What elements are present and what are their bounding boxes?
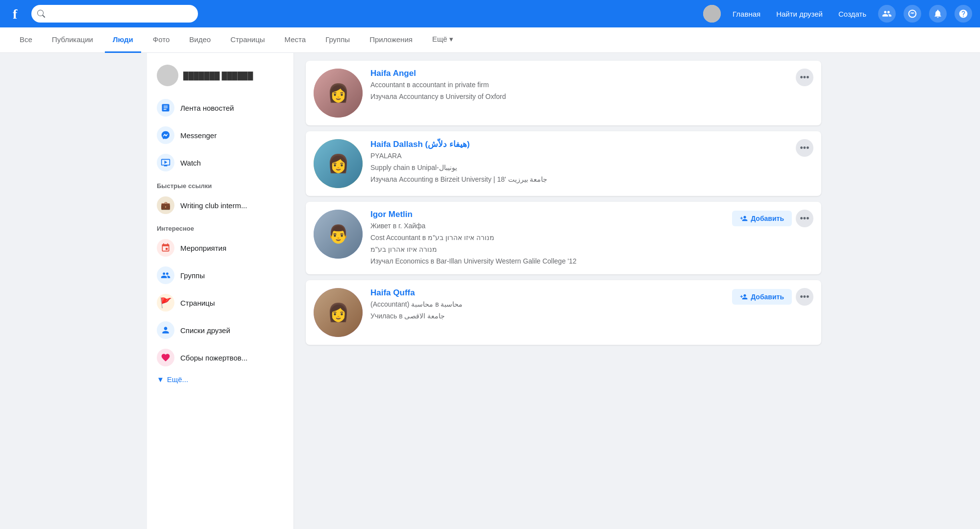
nav-right: Главная Найти друзей Создать [703, 5, 972, 23]
sidebar: ███████ ██████ Лента новостей Messenger … [147, 53, 294, 529]
sidebar-item-fundraiser[interactable]: Сборы пожертвов... [151, 344, 290, 371]
result-detail-2: מנורה איזו אהרון בע"מ [370, 244, 724, 255]
result-more-button[interactable]: ••• [796, 139, 813, 157]
tab-apps[interactable]: Приложения [362, 27, 420, 53]
result-name[interactable]: Haifa Quffa [370, 288, 415, 297]
tab-all[interactable]: Все [12, 27, 40, 53]
result-avatar[interactable]: 👩 [314, 69, 363, 118]
main-layout: ███████ ██████ Лента новостей Messenger … [147, 53, 833, 529]
tab-photos[interactable]: Фото [145, 27, 177, 53]
result-detail-0: Живет в г. Хайфа [370, 221, 724, 231]
result-info: Haifa Angel Accountant в accountant in p… [370, 69, 788, 102]
more-dots-icon: ••• [800, 72, 809, 83]
result-actions: Добавить ••• [732, 288, 813, 306]
result-more-button[interactable]: ••• [796, 210, 813, 227]
result-card: 👩 Haifa Angel Accountant в accountant in… [306, 61, 821, 125]
result-more-button[interactable]: ••• [796, 288, 813, 306]
result-detail-1: Cost Accountant в מנורה איזו אהרון בע"מ [370, 233, 724, 243]
tab-people[interactable]: Люди [105, 27, 141, 53]
more-dots-icon: ••• [800, 214, 809, 224]
messenger-icon[interactable] [904, 5, 921, 23]
sidebar-item-messenger[interactable]: Messenger [151, 121, 290, 149]
sidebar-label-friends-list: Списки друзей [180, 326, 230, 335]
nav-find-friends[interactable]: Найти друзей [772, 6, 827, 22]
people-icon[interactable] [878, 5, 896, 23]
result-name[interactable]: Haifa Dallash (هيفاء دلاّش) [370, 140, 470, 149]
search-box: haifa accountant [31, 5, 198, 23]
sidebar-item-news[interactable]: Лента новостей [151, 94, 290, 121]
add-person-icon [740, 215, 748, 222]
tab-more[interactable]: Ещё ▾ [424, 27, 461, 53]
tab-posts[interactable]: Публикации [44, 27, 101, 53]
sidebar-item-watch[interactable]: Watch [151, 149, 290, 176]
result-name[interactable]: Haifa Angel [370, 69, 416, 78]
sidebar-label-watch: Watch [180, 159, 201, 167]
result-info: Haifa Quffa (Accountant) محاسبة в محاسبة… [370, 288, 724, 321]
sidebar-label-pages: Страницы [180, 299, 215, 307]
nav-home[interactable]: Главная [729, 6, 764, 22]
result-info: Igor Metlin Живет в г. Хайфа Cost Accoun… [370, 210, 724, 266]
result-detail-0: PYALARA [370, 151, 788, 161]
result-detail-0: Accountant в accountant in private firm [370, 80, 788, 90]
result-detail-1: Supply chain в Unipal-يونيبال [370, 163, 788, 173]
add-person-icon [740, 293, 748, 301]
result-avatar[interactable]: 👩 [314, 139, 363, 188]
friends-list-icon [157, 321, 174, 339]
sidebar-label-groups: Группы [180, 271, 205, 280]
result-avatar[interactable]: 👩 [314, 288, 363, 337]
sidebar-item-pages[interactable]: 🚩 Страницы [151, 289, 290, 316]
result-card: 👩 Haifa Quffa (Accountant) محاسبة в محاس… [306, 280, 821, 345]
result-avatar[interactable]: 👨 [314, 210, 363, 259]
filter-tabs: Все Публикации Люди Фото Видео Страницы … [0, 27, 980, 53]
more-dots-icon: ••• [800, 143, 809, 153]
chevron-down-icon: ▼ [157, 375, 164, 384]
sidebar-item-events[interactable]: Мероприятия [151, 234, 290, 262]
result-card: 👩 Haifa Dallash (هيفاء دلاّش) PYALARA Su… [306, 131, 821, 196]
search-results: 👩 Haifa Angel Accountant в accountant in… [294, 53, 833, 529]
quick-links-title: Быстрые ссылки [151, 176, 290, 192]
sidebar-item-friends-list[interactable]: Списки друзей [151, 316, 290, 344]
sidebar-label-writing: Writing club interm... [180, 201, 247, 210]
notifications-icon[interactable] [929, 5, 947, 23]
add-friend-button[interactable]: Добавить [732, 289, 792, 305]
svg-text:f: f [13, 6, 18, 22]
result-name[interactable]: Igor Metlin [370, 210, 413, 219]
groups-icon [157, 266, 174, 284]
writing-club-icon: 💼 [157, 196, 174, 214]
fundraiser-icon [157, 349, 174, 366]
sidebar-more-label: Ещё... [167, 375, 188, 384]
user-avatar[interactable] [703, 5, 721, 23]
help-icon[interactable] [955, 5, 972, 23]
tab-pages[interactable]: Страницы [222, 27, 272, 53]
sidebar-item-writing[interactable]: 💼 Writing club interm... [151, 192, 290, 219]
news-icon [157, 99, 174, 117]
pages-icon: 🚩 [157, 294, 174, 312]
sidebar-user-avatar [157, 65, 178, 86]
tab-places[interactable]: Места [277, 27, 314, 53]
top-navigation: f haifa accountant Главная Найти друзей … [0, 0, 980, 27]
result-card: 👨 Igor Metlin Живет в г. Хайфа Cost Acco… [306, 202, 821, 274]
search-icon [37, 10, 45, 18]
result-more-button[interactable]: ••• [796, 69, 813, 86]
sidebar-more[interactable]: ▼ Ещё... [151, 371, 290, 387]
tab-videos[interactable]: Видео [181, 27, 219, 53]
result-actions: ••• [796, 139, 813, 157]
search-input[interactable]: haifa accountant [49, 10, 186, 18]
result-detail-1: Изучала Accountancy в University of Oxfo… [370, 92, 788, 102]
nav-create[interactable]: Создать [834, 6, 870, 22]
sidebar-item-groups[interactable]: Группы [151, 262, 290, 289]
result-actions: ••• [796, 69, 813, 86]
more-dots-icon: ••• [800, 292, 809, 302]
tab-groups[interactable]: Группы [318, 27, 358, 53]
add-button-label: Добавить [751, 215, 784, 222]
facebook-logo-icon[interactable]: f [8, 4, 27, 24]
sidebar-user-name: ███████ ██████ [183, 72, 253, 80]
events-icon [157, 239, 174, 257]
watch-sidebar-icon [157, 154, 174, 171]
messenger-sidebar-icon [157, 126, 174, 144]
result-detail-3: Изучал Economics в Bar-Illan University … [370, 256, 724, 266]
result-detail-0: (Accountant) محاسبة в محاسبة [370, 299, 724, 310]
interesting-title: Интересное [151, 219, 290, 234]
sidebar-user[interactable]: ███████ ██████ [151, 61, 290, 90]
add-friend-button[interactable]: Добавить [732, 211, 792, 226]
